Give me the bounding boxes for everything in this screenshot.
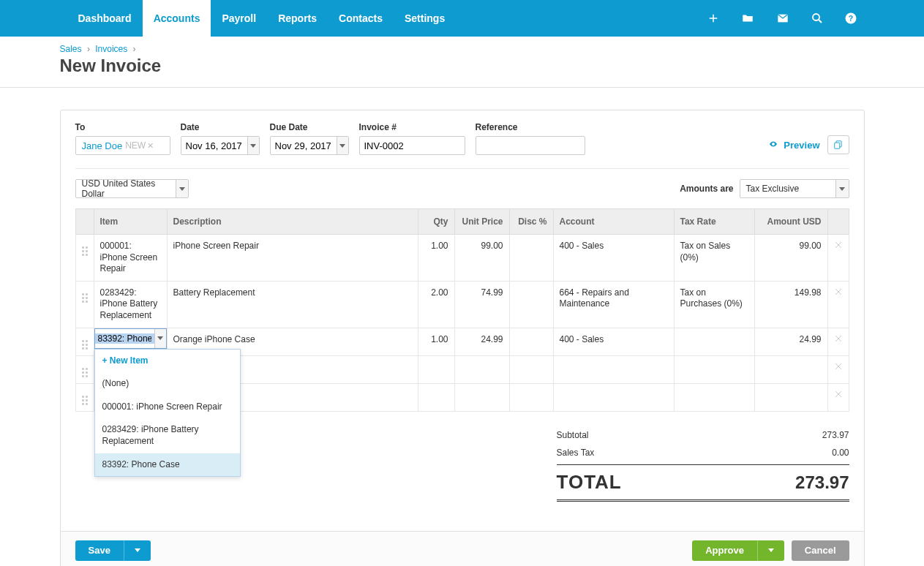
col-drag xyxy=(75,209,94,235)
tax-cell[interactable] xyxy=(674,328,754,355)
dropdown-new-item[interactable]: + New Item xyxy=(95,350,240,373)
item-cell[interactable]: 0283429: iPhone Battery Replacement xyxy=(94,281,167,328)
disc-cell[interactable] xyxy=(509,235,553,282)
tax-cell[interactable]: Tax on Sales (0%) xyxy=(674,235,754,282)
invoice-number-field[interactable] xyxy=(359,136,465,155)
top-icon-group: ? xyxy=(707,12,865,25)
date-dropdown-trigger[interactable] xyxy=(247,137,258,154)
qty-cell[interactable]: 2.00 xyxy=(418,281,454,328)
item-dropdown[interactable]: + New Item(None)000001: iPhone Screen Re… xyxy=(94,349,241,478)
reference-input[interactable] xyxy=(476,137,585,154)
date-field[interactable] xyxy=(181,136,260,155)
to-label: To xyxy=(75,122,170,132)
col-account: Account xyxy=(553,209,674,235)
amount-cell xyxy=(754,355,827,383)
delete-row-button[interactable] xyxy=(827,328,849,355)
currency-dropdown-trigger[interactable] xyxy=(176,180,187,197)
delete-row-button[interactable] xyxy=(827,355,849,383)
unit-price-cell[interactable] xyxy=(454,355,509,383)
save-button[interactable]: Save xyxy=(75,540,124,561)
nav-item-reports[interactable]: Reports xyxy=(267,0,328,37)
cancel-button[interactable]: Cancel xyxy=(792,540,849,561)
qty-cell[interactable]: 1.00 xyxy=(418,328,454,355)
item-cell-editing[interactable]: + New Item(None)000001: iPhone Screen Re… xyxy=(94,328,167,355)
nav-item-accounts[interactable]: Accounts xyxy=(143,0,211,37)
breadcrumb-area: Sales › Invoices › New Invoice xyxy=(0,37,924,88)
unit-price-cell[interactable] xyxy=(454,383,509,411)
disc-cell[interactable] xyxy=(509,355,553,383)
col-description: Description xyxy=(167,209,418,235)
nav-item-dashboard[interactable]: Dashboard xyxy=(67,0,143,37)
due-date-input[interactable] xyxy=(271,137,337,154)
drag-handle[interactable] xyxy=(75,235,94,282)
amount-cell: 24.99 xyxy=(754,328,827,355)
nav-item-contacts[interactable]: Contacts xyxy=(328,0,394,37)
item-cell[interactable]: 000001: iPhone Screen Repair xyxy=(94,235,167,282)
due-date-field[interactable] xyxy=(270,136,349,155)
amount-cell xyxy=(754,383,827,411)
chevron-right-icon: › xyxy=(87,44,90,54)
search-icon[interactable] xyxy=(811,12,824,25)
qty-cell[interactable] xyxy=(418,383,454,411)
tax-cell[interactable] xyxy=(674,383,754,411)
approve-dropdown-trigger[interactable] xyxy=(757,540,784,561)
breadcrumb-invoices[interactable]: Invoices xyxy=(95,44,127,54)
dropdown-option[interactable]: 83392: Phone Case xyxy=(95,453,240,477)
account-cell[interactable] xyxy=(553,383,674,411)
disc-cell[interactable] xyxy=(509,281,553,328)
preview-link[interactable]: Preview xyxy=(767,140,819,151)
col-amount: Amount USD xyxy=(754,209,827,235)
reference-field[interactable] xyxy=(476,136,585,155)
nav-item-payroll[interactable]: Payroll xyxy=(211,0,267,37)
open-new-window-button[interactable] xyxy=(827,135,849,154)
account-cell[interactable] xyxy=(553,355,674,383)
date-input[interactable] xyxy=(181,137,248,154)
dropdown-option[interactable]: (None) xyxy=(95,372,240,396)
line-items-table: Item Description Qty Unit Price Disc % A… xyxy=(75,208,849,412)
account-cell[interactable]: 400 - Sales xyxy=(553,235,674,282)
table-row: 000001: iPhone Screen RepairiPhone Scree… xyxy=(75,235,849,282)
to-field[interactable]: Jane Doe NEW✕ xyxy=(75,136,170,155)
tax-cell[interactable] xyxy=(674,355,754,383)
description-cell[interactable]: iPhone Screen Repair xyxy=(167,235,418,282)
unit-price-cell[interactable]: 24.99 xyxy=(454,328,509,355)
to-contact-link[interactable]: Jane Doe xyxy=(79,140,126,151)
qty-cell[interactable]: 1.00 xyxy=(418,235,454,282)
currency-select[interactable]: USD United States Dollar xyxy=(75,179,189,198)
salestax-value: 0.00 xyxy=(832,448,849,458)
dropdown-option[interactable]: 0283429: iPhone Battery Replacement xyxy=(95,418,240,453)
dropdown-option[interactable]: 000001: iPhone Screen Repair xyxy=(95,396,240,419)
delete-row-button[interactable] xyxy=(827,235,849,282)
mail-icon[interactable] xyxy=(775,12,790,25)
account-cell[interactable]: 400 - Sales xyxy=(553,328,674,355)
drag-handle[interactable] xyxy=(75,355,94,383)
unit-price-cell[interactable]: 99.00 xyxy=(454,235,509,282)
disc-cell[interactable] xyxy=(509,328,553,355)
close-icon[interactable]: ✕ xyxy=(147,141,154,151)
due-date-dropdown-trigger[interactable] xyxy=(337,137,348,154)
save-dropdown-trigger[interactable] xyxy=(124,540,151,561)
table-row: 0283429: iPhone Battery ReplacementBatte… xyxy=(75,281,849,328)
nav-item-settings[interactable]: Settings xyxy=(394,0,456,37)
delete-row-button[interactable] xyxy=(827,281,849,328)
disc-cell[interactable] xyxy=(509,383,553,411)
folder-icon[interactable] xyxy=(740,12,755,25)
drag-handle[interactable] xyxy=(75,281,94,328)
approve-button[interactable]: Approve xyxy=(692,540,757,561)
help-icon[interactable]: ? xyxy=(844,12,857,25)
amounts-are-select[interactable]: Tax Exclusive xyxy=(740,179,849,198)
drag-handle[interactable] xyxy=(75,328,94,355)
breadcrumb-sales[interactable]: Sales xyxy=(60,44,82,54)
account-cell[interactable]: 664 - Repairs and Maintenance xyxy=(553,281,674,328)
qty-cell[interactable] xyxy=(418,355,454,383)
plus-icon[interactable] xyxy=(707,12,720,25)
invoice-number-input[interactable] xyxy=(360,137,465,154)
tax-cell[interactable]: Tax on Purchases (0%) xyxy=(674,281,754,328)
unit-price-cell[interactable]: 74.99 xyxy=(454,281,509,328)
item-dropdown-trigger[interactable] xyxy=(154,329,165,348)
drag-handle[interactable] xyxy=(75,383,94,411)
item-input[interactable] xyxy=(95,333,155,344)
amounts-are-dropdown-trigger[interactable] xyxy=(835,180,849,197)
delete-row-button[interactable] xyxy=(827,383,849,411)
description-cell[interactable]: Battery Replacement xyxy=(167,281,418,328)
